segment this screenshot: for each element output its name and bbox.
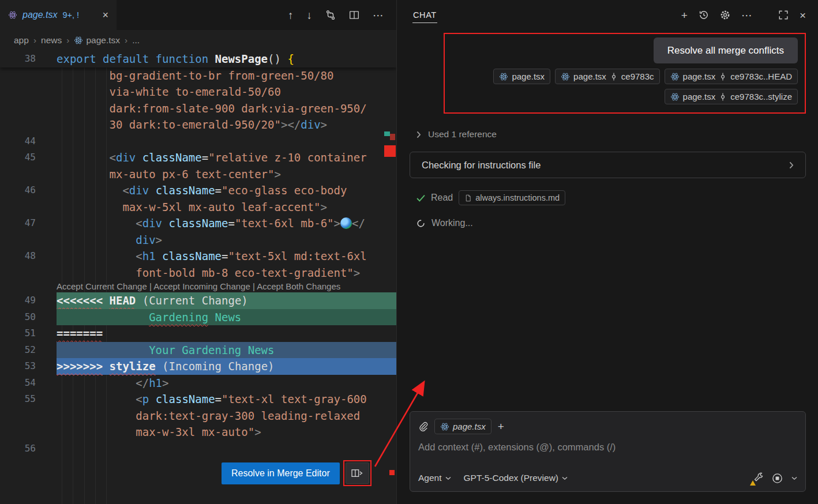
- nav-down-icon[interactable]: ↓: [307, 10, 313, 21]
- line-number: 48: [0, 248, 36, 265]
- open-merge-editor-icon-button[interactable]: [346, 462, 369, 484]
- tab-close-icon[interactable]: ×: [102, 9, 108, 21]
- breadcrumb-separator: ›: [33, 35, 36, 46]
- model-selector[interactable]: GPT-5-Codex (Preview): [464, 473, 568, 483]
- code-line: 51=======: [0, 325, 396, 342]
- stop-button[interactable]: [772, 473, 783, 484]
- used-references-toggle[interactable]: Used 1 reference: [410, 129, 806, 140]
- nav-up-icon[interactable]: ↑: [288, 10, 294, 21]
- chip-filename: page.tsx: [453, 422, 486, 431]
- breadcrumb-item[interactable]: app: [14, 35, 29, 46]
- context-chip[interactable]: page.tsx: [493, 69, 550, 84]
- chevron-down-icon: [562, 476, 568, 480]
- overview-ruler-mark-red: [384, 145, 396, 157]
- instructions-panel-label: Checking for instructions file: [422, 160, 541, 171]
- react-file-icon: [74, 36, 83, 45]
- merge-resolve-actions: Resolve in Merge Editor: [222, 460, 372, 486]
- new-chat-icon[interactable]: +: [681, 10, 688, 21]
- breadcrumb-item[interactable]: ...: [132, 35, 140, 46]
- line-number: 46: [0, 182, 36, 199]
- react-file-icon: [670, 72, 680, 81]
- code-line: max-w-5xl mx-auto leaf-accent">: [0, 199, 396, 216]
- chat-history-icon[interactable]: [699, 10, 709, 20]
- read-file-chip[interactable]: always.instructions.md: [459, 190, 565, 205]
- code-line: max-w-3xl mx-auto">: [0, 424, 396, 441]
- codelens-separator: |: [250, 281, 257, 291]
- resolve-in-merge-editor-button[interactable]: Resolve in Merge Editor: [222, 462, 340, 484]
- code-line: 47 <div className="text-6xl mb-6">🌍</: [0, 215, 396, 232]
- chat-input-box[interactable]: page.tsx + Add context (#), extensions (…: [410, 411, 806, 492]
- breadcrumb-item[interactable]: page.tsx: [74, 35, 120, 46]
- instructions-progress-panel[interactable]: Checking for instructions file: [410, 152, 806, 178]
- code-line: dark:text-gray-300 leading-relaxed: [0, 408, 396, 424]
- codelens-separator: |: [147, 281, 153, 291]
- chip-git-ref: ce9783c..stylize: [730, 92, 792, 101]
- open-changes-icon[interactable]: [325, 10, 336, 20]
- line-number: 51: [0, 325, 36, 342]
- resolve-all-merge-conflicts-button[interactable]: Resolve all merge conflicts: [654, 37, 798, 63]
- line-number: 50: [0, 309, 36, 326]
- line-number: [0, 424, 36, 441]
- chip-git-ref: ce9783c..HEAD: [730, 72, 792, 81]
- close-panel-icon[interactable]: ×: [800, 10, 806, 21]
- git-commit-icon: [719, 93, 727, 101]
- read-file-row: Read always.instructions.md: [410, 190, 806, 205]
- warning-triangle-icon: [750, 480, 756, 486]
- context-chip[interactable]: page.tsxce9783c..stylize: [665, 89, 798, 104]
- tools-icon[interactable]: [753, 472, 763, 484]
- editor-tab-bar: page.tsx 9+, ! × ↑ ↓ ⋯: [0, 0, 396, 30]
- working-label: Working...: [431, 218, 473, 228]
- line-number: 45: [0, 149, 36, 166]
- code-line: 55 <p className="text-xl text-gray-600: [0, 391, 396, 408]
- code-line: 38export default function NewsPage() {: [0, 51, 396, 67]
- code-line: 48 <h1 className="text-5xl md:text-6xl: [0, 248, 396, 265]
- chat-panel-title[interactable]: CHAT: [412, 7, 437, 23]
- chip-filename: page.tsx: [573, 72, 606, 81]
- chat-input-placeholder[interactable]: Add context (#), extensions (@), command…: [418, 442, 797, 453]
- line-number: 56: [0, 441, 36, 457]
- settings-gear-icon[interactable]: [720, 10, 730, 20]
- code-line: bg-gradient-to-br from-green-50/80: [0, 67, 396, 84]
- chevron-down-icon[interactable]: [791, 476, 797, 480]
- line-number: [0, 100, 36, 117]
- codelens-action[interactable]: Accept Incoming Change: [153, 281, 250, 291]
- chevron-right-icon: [789, 161, 794, 169]
- add-context-icon[interactable]: +: [498, 421, 504, 432]
- breadcrumb-separator: ›: [66, 35, 69, 46]
- split-editor-icon[interactable]: [349, 10, 359, 20]
- react-file-icon: [499, 72, 508, 81]
- chat-input-right-actions: [753, 472, 797, 484]
- codelens-action[interactable]: Accept Both Changes: [257, 281, 340, 291]
- line-number: [0, 281, 36, 292]
- code-line: 56: [0, 441, 396, 457]
- chevron-down-icon: [445, 476, 451, 480]
- context-chip[interactable]: page.tsxce9783c: [555, 69, 659, 84]
- editor-tab-page-tsx[interactable]: page.tsx 9+, ! ×: [0, 0, 117, 30]
- code-line: 46 <div className="eco-glass eco-body: [0, 182, 396, 199]
- code-line: 49<<<<<<< HEAD (Current Change): [0, 292, 396, 309]
- react-file-icon: [440, 422, 449, 431]
- code-line: font-bold mb-8 eco-text-gradient">: [0, 265, 396, 281]
- context-chip[interactable]: page.tsxce9783c..HEAD: [665, 69, 798, 84]
- annotation-box-merge-editor-icon: [343, 460, 372, 486]
- context-chip[interactable]: page.tsx: [434, 419, 491, 434]
- editor-more-actions-icon[interactable]: ⋯: [373, 10, 384, 21]
- code-line: 44: [0, 133, 396, 150]
- line-number: [0, 116, 36, 133]
- line-number: [0, 408, 36, 424]
- vscode-window: page.tsx 9+, ! × ↑ ↓ ⋯ app›news›page.tsx…: [0, 0, 818, 504]
- line-number: 49: [0, 292, 36, 309]
- attach-paperclip-icon[interactable]: [418, 422, 428, 431]
- code-line: div>: [0, 232, 396, 249]
- react-file-icon: [8, 10, 17, 20]
- chat-more-actions-icon[interactable]: ⋯: [741, 10, 752, 21]
- editor-pane: page.tsx 9+, ! × ↑ ↓ ⋯ app›news›page.tsx…: [0, 0, 397, 504]
- overview-ruler-mark-red: [389, 470, 395, 475]
- maximize-panel-icon[interactable]: [778, 10, 789, 20]
- chat-input-context-row: page.tsx +: [418, 419, 797, 434]
- chat-panel: CHAT + ⋯ × Resolve all merge conflicts p…: [397, 0, 818, 504]
- mode-selector[interactable]: Agent: [418, 473, 451, 483]
- breadcrumb-item[interactable]: news: [41, 35, 62, 46]
- codelens-action[interactable]: Accept Current Change: [57, 281, 147, 291]
- code-editor[interactable]: 38export default function NewsPage() { b…: [0, 51, 396, 504]
